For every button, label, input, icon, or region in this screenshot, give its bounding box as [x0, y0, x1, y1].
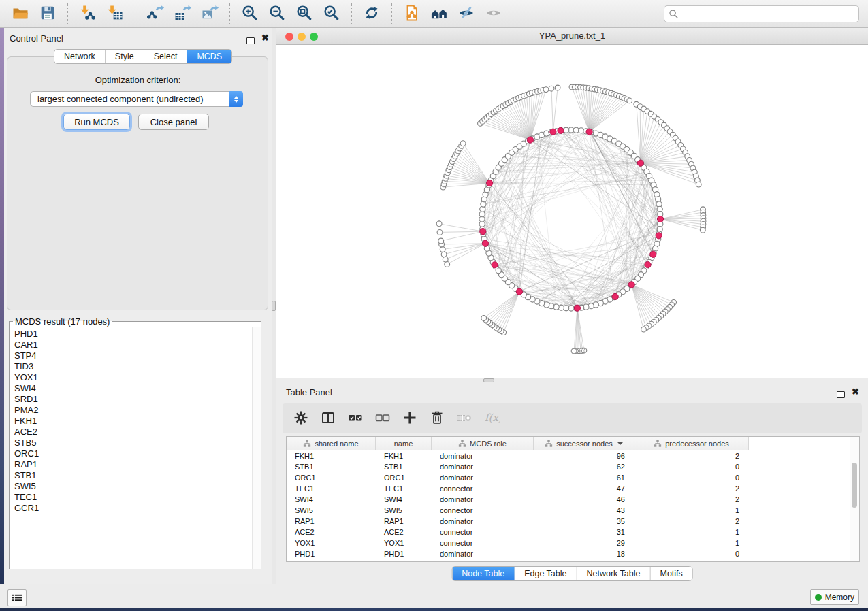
mcds-result-item[interactable]: STB1: [14, 470, 252, 481]
task-history-button[interactable]: [7, 589, 27, 606]
mcds-result-item[interactable]: PMA2: [14, 405, 252, 416]
function-builder-icon: f(x): [483, 410, 500, 428]
splitter-handle[interactable]: [272, 301, 276, 311]
mcds-result-item[interactable]: RAP1: [14, 459, 252, 470]
mcds-result-item[interactable]: FKH1: [14, 416, 252, 427]
optimization-criterion-select[interactable]: largest connected component (undirected): [30, 91, 243, 107]
tab-style[interactable]: Style: [105, 50, 144, 63]
deselect-all-rows-button[interactable]: [373, 408, 391, 429]
export-table-button[interactable]: [169, 2, 196, 25]
run-mcds-button[interactable]: Run MCDS: [63, 114, 130, 130]
add-column-button[interactable]: [400, 408, 419, 429]
column-header-name[interactable]: name: [376, 437, 432, 450]
column-header-successor-nodes[interactable]: successor nodes: [534, 437, 634, 450]
tab-mcds[interactable]: MCDS: [187, 50, 231, 63]
network-from-file-button[interactable]: [398, 2, 425, 25]
table-toolbar: f(x): [283, 403, 862, 433]
float-panel-icon[interactable]: [837, 389, 845, 401]
import-table-button[interactable]: [101, 2, 129, 25]
mcds-result-item[interactable]: ACE2: [14, 427, 252, 437]
mcds-result-item[interactable]: STP4: [14, 350, 252, 361]
tab-network[interactable]: Network: [54, 50, 105, 63]
table-row[interactable]: RAP1RAP1dominator352: [287, 516, 859, 527]
vertical-splitter[interactable]: [272, 28, 276, 584]
mcds-result-item[interactable]: YOX1: [14, 372, 252, 383]
mcds-result-item[interactable]: SWI4: [14, 383, 252, 394]
delete-table-button[interactable]: [455, 408, 473, 429]
open-file-button[interactable]: [7, 2, 34, 25]
import-table-icon: [106, 3, 125, 24]
select-all-rows-button[interactable]: [346, 408, 364, 429]
welcome-screen-icon: [430, 3, 449, 24]
table-scrollbar[interactable]: [850, 437, 859, 561]
column-header-MCDS-role[interactable]: MCDS role: [432, 437, 534, 450]
table-row[interactable]: ORC1ORC1dominator610: [287, 472, 859, 483]
float-panel-icon[interactable]: [246, 35, 255, 47]
table-row[interactable]: TEC1TEC1connector472: [287, 483, 859, 494]
mcds-result-item[interactable]: CAR1: [14, 340, 252, 350]
memory-status-icon: [815, 594, 822, 601]
search-input[interactable]: [664, 5, 859, 22]
mcds-result-item[interactable]: TID3: [14, 361, 252, 372]
import-network-button[interactable]: [74, 2, 101, 25]
tab-motifs[interactable]: Motifs: [649, 567, 692, 580]
mcds-result-item[interactable]: SRD1: [14, 394, 252, 405]
export-table-icon: [173, 3, 192, 24]
table-row[interactable]: SWI5SWI5connector431: [287, 505, 859, 516]
deselect-all-rows-icon: [374, 410, 391, 428]
hide-graphics-details-button[interactable]: [453, 2, 480, 25]
column-header-shared-name[interactable]: shared name: [287, 437, 376, 450]
mcds-result-item[interactable]: ORC1: [14, 448, 252, 459]
mcds-result-item[interactable]: SWI5: [14, 481, 252, 492]
tab-edge-table[interactable]: Edge Table: [514, 567, 576, 580]
function-builder-button[interactable]: f(x): [482, 408, 500, 429]
zoom-selected-button[interactable]: [318, 2, 345, 25]
table-cell: 47: [534, 483, 634, 494]
mcds-result-item[interactable]: PHD1: [14, 329, 252, 340]
table-row[interactable]: YOX1YOX1connector291: [287, 538, 859, 548]
delete-column-button[interactable]: [428, 408, 446, 429]
horizontal-splitter[interactable]: [276, 378, 868, 383]
show-columns-button[interactable]: [319, 408, 337, 429]
tab-node-table[interactable]: Node Table: [452, 567, 514, 580]
close-panel-icon[interactable]: ✖: [852, 388, 859, 396]
table-settings-button[interactable]: [291, 408, 310, 429]
export-image-button[interactable]: [196, 2, 223, 25]
table-row[interactable]: STB1STB1dominator620: [287, 461, 859, 472]
table-cell: connector: [432, 483, 534, 494]
table-cell: 2: [634, 450, 749, 461]
table-row[interactable]: SWI4SWI4dominator462: [287, 494, 859, 505]
scrollbar-thumb[interactable]: [852, 463, 857, 508]
welcome-screen-button[interactable]: [425, 2, 453, 25]
network-canvas[interactable]: [276, 45, 868, 378]
tab-network-table[interactable]: Network Table: [577, 567, 650, 580]
table-cell: 62: [534, 461, 634, 472]
mcds-result-item[interactable]: GCR1: [14, 503, 252, 514]
zoom-fit-button[interactable]: [291, 2, 318, 25]
show-graphics-details-button[interactable]: [480, 2, 507, 25]
table-row[interactable]: FKH1FKH1dominator962: [287, 450, 859, 461]
delete-column-icon: [429, 410, 445, 428]
apply-layout-button[interactable]: [358, 2, 385, 25]
save-session-button[interactable]: [34, 2, 61, 25]
mcds-list-scrollbar[interactable]: [252, 327, 261, 569]
memory-label: Memory: [825, 593, 854, 602]
close-panel-icon[interactable]: ✖: [261, 34, 269, 42]
table-row[interactable]: ACE2ACE2connector311: [287, 527, 859, 538]
table-panel-title: Table Panel: [286, 387, 332, 397]
export-network-icon: [146, 3, 165, 24]
tab-select[interactable]: Select: [144, 50, 187, 63]
splitter-handle[interactable]: [483, 378, 494, 382]
zoom-in-button[interactable]: [236, 2, 263, 25]
toolbar-separator: [229, 3, 230, 24]
zoom-out-button[interactable]: [263, 2, 291, 25]
table-cell: 1: [634, 505, 749, 516]
column-header-predecessor-nodes[interactable]: predecessor nodes: [634, 437, 749, 450]
memory-button[interactable]: Memory: [810, 589, 859, 605]
table-row[interactable]: PHD1PHD1dominator180: [287, 548, 859, 559]
close-panel-button[interactable]: Close panel: [138, 114, 209, 130]
export-network-button[interactable]: [142, 2, 169, 25]
mcds-result-item[interactable]: STB5: [14, 437, 252, 448]
table-cell: 96: [534, 450, 634, 461]
mcds-result-item[interactable]: TEC1: [14, 492, 252, 503]
